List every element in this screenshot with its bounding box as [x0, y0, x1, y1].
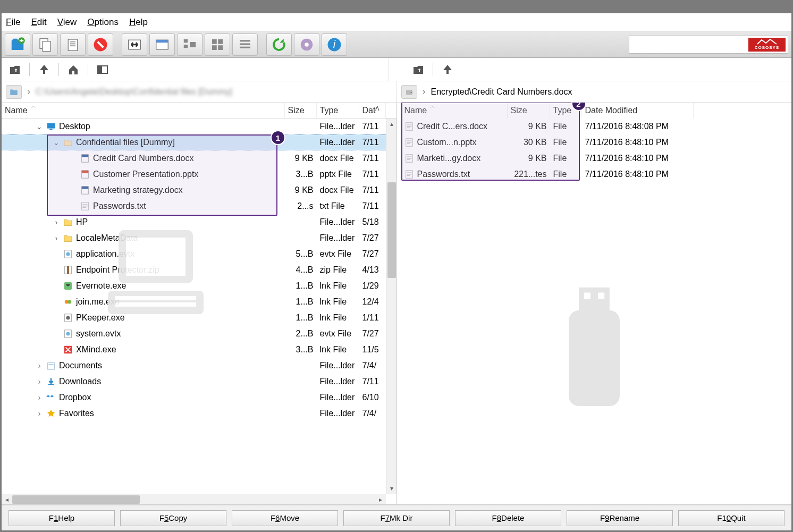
cell-date: 7/4/: [359, 360, 386, 371]
refresh-button[interactable]: [266, 33, 292, 56]
svg-rect-13: [184, 45, 188, 48]
expand-toggle[interactable]: ›: [53, 234, 60, 242]
file-name: join.me.exe: [76, 297, 120, 307]
file-name: Credit C...ers.docx: [417, 122, 487, 131]
col-date[interactable]: Datⴷ: [359, 103, 386, 118]
nav-row: [2, 58, 791, 81]
table-row[interactable]: join.me.exe1...Blnk File12/4: [2, 294, 396, 310]
cell-size: 30 KB: [508, 137, 550, 148]
root-icon[interactable]: [36, 62, 52, 78]
view-details-button[interactable]: [149, 33, 175, 56]
breadcrumb-left-path: C:\Users\Angela\Desktop\Confidential fil…: [36, 87, 232, 97]
cell-type: evtx File: [317, 328, 359, 340]
file-name: Confidential files [Dummy]: [76, 138, 175, 147]
view-tree-button[interactable]: [177, 33, 203, 56]
cell-size: 1...B: [285, 296, 317, 308]
f6-move-button[interactable]: F6 Move: [232, 510, 338, 526]
view-icons-button[interactable]: [205, 33, 230, 56]
table-row[interactable]: ⌄DesktopFile...lder7/11: [2, 119, 396, 134]
cell-date: 7/11: [359, 121, 386, 132]
col-type[interactable]: Type: [317, 103, 359, 118]
table-row[interactable]: ›DownloadsFile...lder7/11: [2, 374, 396, 390]
f10-quit-button[interactable]: F10 Quit: [678, 510, 784, 526]
folder-y-icon: [63, 217, 73, 227]
table-row[interactable]: PKeeper.exe1...Blnk File1/11: [2, 310, 396, 326]
folder-icon: [63, 138, 73, 147]
svg-rect-14: [190, 42, 196, 47]
svg-rect-53: [67, 266, 69, 274]
table-row[interactable]: Credit Card Numbers.docx9 KBdocx File7/1…: [2, 150, 396, 166]
file-name: Desktop: [59, 122, 90, 131]
settings-button[interactable]: [294, 33, 319, 56]
table-row[interactable]: Evernote.exe1...Blnk File1/29: [2, 278, 396, 294]
table-row[interactable]: XMind.exe3...Blnk File11/5: [2, 342, 396, 358]
view-list-button[interactable]: [232, 33, 258, 56]
menu-file[interactable]: File: [6, 17, 20, 28]
table-row[interactable]: Endpoint Protector.zip4...Bzip File4/13: [2, 262, 396, 278]
expand-toggle[interactable]: ›: [36, 409, 43, 418]
swap-panes-button[interactable]: [122, 33, 147, 56]
info-button[interactable]: i: [322, 33, 347, 56]
expand-toggle[interactable]: ›: [36, 377, 43, 386]
expand-toggle[interactable]: ›: [53, 218, 60, 226]
table-row[interactable]: ›LocaleMetaDataFile...lder7/27: [2, 230, 396, 246]
expand-toggle[interactable]: ›: [36, 361, 43, 370]
menu-edit[interactable]: Edit: [31, 17, 46, 28]
breadcrumb-right[interactable]: › Encrypted\Credit Card Numbers.docx: [397, 81, 792, 102]
breadcrumb-row: › C:\Users\Angela\Desktop\Confidential f…: [2, 81, 791, 103]
table-row[interactable]: ›HPFile...lder5/18: [2, 214, 396, 230]
up-folder-icon-right[interactable]: [410, 62, 426, 78]
cell-date: 7/11/2016 8:48:10 PM: [582, 153, 694, 164]
table-row[interactable]: Passwords.txt2...stxt File7/11: [2, 198, 396, 214]
table-row[interactable]: Customer Presentation.pptx3...Bpptx File…: [2, 166, 396, 182]
f9-rename-button[interactable]: F9 Rename: [567, 510, 673, 526]
expand-toggle[interactable]: ⌄: [53, 138, 60, 147]
breadcrumb-left[interactable]: › C:\Users\Angela\Desktop\Confidential f…: [2, 81, 397, 102]
f1-help-button[interactable]: F1 Help: [9, 510, 115, 526]
f5-copy-button[interactable]: F5 Copy: [120, 510, 226, 526]
f7-mkdir-button[interactable]: F7 Mk Dir: [343, 510, 450, 526]
expand-toggle[interactable]: ⌄: [36, 122, 43, 131]
table-row[interactable]: Credit C...ers.docx9 KBFile7/11/2016 8:4…: [397, 119, 792, 134]
nav-right: [389, 58, 792, 81]
table-row[interactable]: Passwords.txt221...tesFile7/11/2016 8:48…: [397, 166, 792, 182]
breadcrumb-right-path: Encrypted\Credit Card Numbers.docx: [431, 87, 572, 97]
cell-size: 221...tes: [508, 168, 550, 180]
table-row[interactable]: ⌄Confidential files [Dummy]File...lder7/…: [2, 134, 396, 150]
table-row[interactable]: application.evtx5...Bevtx File7/27: [2, 246, 396, 262]
table-row[interactable]: Marketi...gy.docx9 KBFile7/11/2016 8:48:…: [397, 150, 792, 166]
new-folder-button[interactable]: [5, 33, 30, 56]
col-size-r[interactable]: Size: [508, 103, 550, 119]
paste-button[interactable]: [60, 33, 86, 56]
copy-button[interactable]: [32, 33, 58, 56]
menu-help[interactable]: Help: [129, 17, 148, 28]
left-filelist[interactable]: ⌄DesktopFile...lder7/11⌄Confidential fil…: [2, 119, 396, 504]
col-size[interactable]: Size: [285, 103, 317, 118]
table-row[interactable]: ›DocumentsFile...lder7/4/: [2, 358, 396, 374]
horizontal-scrollbar[interactable]: ◂ ▸: [2, 494, 386, 504]
svg-rect-43: [82, 171, 89, 173]
svg-rect-72: [407, 126, 411, 126]
vertical-scrollbar[interactable]: ▴ ▾: [386, 119, 396, 494]
table-row[interactable]: Custom...n.pptx30 KBFile7/11/2016 8:48:1…: [397, 134, 792, 150]
split-view-icon[interactable]: [95, 62, 111, 78]
f8-delete-button[interactable]: F8 Delete: [455, 510, 561, 526]
table-row[interactable]: ›DropboxFile...lder6/10: [2, 390, 396, 406]
col-name[interactable]: Name︿: [2, 103, 285, 118]
expand-toggle[interactable]: ›: [36, 393, 43, 402]
col-date-r[interactable]: Date Modified: [582, 103, 694, 119]
cancel-button[interactable]: [88, 33, 113, 56]
table-row[interactable]: ›FavoritesFile...lder7/4/: [2, 406, 396, 421]
root-icon-right[interactable]: [440, 62, 455, 78]
table-row[interactable]: Marketing strategy.docx9 KBdocx File7/11: [2, 182, 396, 198]
menu-options[interactable]: Options: [87, 17, 119, 28]
svg-rect-11: [156, 40, 168, 43]
table-row[interactable]: system.evtx2...Bevtx File7/27: [2, 326, 396, 342]
menu-view[interactable]: View: [57, 17, 77, 28]
svg-rect-18: [218, 45, 223, 50]
right-filelist[interactable]: Name︿ Size Type Date Modified Credit C..…: [397, 103, 792, 504]
up-folder-icon[interactable]: [7, 62, 23, 78]
docx-icon: [80, 154, 90, 163]
col-name-r[interactable]: Name︿: [401, 103, 508, 119]
home-icon[interactable]: [65, 62, 81, 78]
